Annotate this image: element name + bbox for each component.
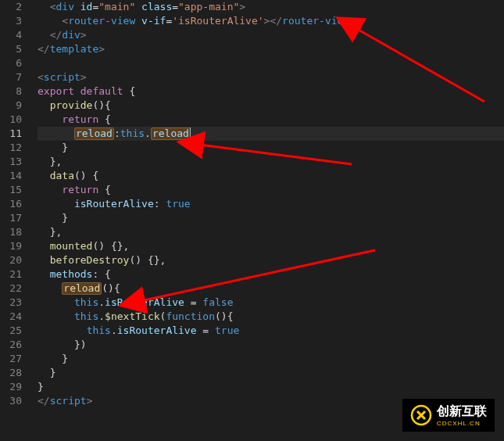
- selection-highlight: reload: [62, 282, 102, 295]
- code-line: reload(){: [38, 281, 504, 296]
- code-line: provide(){: [38, 99, 504, 113]
- line-number: 2: [0, 0, 22, 14]
- code-line: isRouterAlive: true: [38, 197, 504, 211]
- line-number: 10: [0, 113, 22, 127]
- line-number: 4: [0, 28, 22, 42]
- code-line: methods: {: [38, 267, 504, 281]
- line-number: 30: [0, 394, 22, 408]
- code-line: export default {: [38, 84, 504, 99]
- line-number: 6: [0, 56, 22, 70]
- code-line: }: [38, 366, 504, 380]
- line-number: 5: [0, 42, 22, 56]
- code-line: this.isRouterAlive = false: [38, 296, 504, 310]
- code-line: return {: [38, 183, 504, 197]
- line-number: 12: [0, 141, 22, 155]
- code-content[interactable]: <div id="main" class="app-main"> <router…: [31, 0, 504, 441]
- line-number: 13: [0, 155, 22, 169]
- line-number: 24: [0, 310, 22, 324]
- logo-text: 创新互联: [437, 404, 487, 418]
- code-line: [38, 56, 504, 70]
- line-number: 25: [0, 324, 22, 338]
- logo-subtitle: CDCXHL.CN: [437, 420, 487, 427]
- line-number: 3: [0, 14, 22, 28]
- line-number: 7: [0, 70, 22, 84]
- code-line: </div>: [38, 28, 504, 42]
- code-line: }: [38, 211, 504, 225]
- code-line: data() {: [38, 169, 504, 183]
- line-gutter: 2 3 4 5 6 7 8 9 10 11 12 13 14 15 16 17 …: [0, 0, 31, 441]
- code-editor[interactable]: 2 3 4 5 6 7 8 9 10 11 12 13 14 15 16 17 …: [0, 0, 504, 441]
- line-number: 29: [0, 380, 22, 394]
- line-number: 22: [0, 281, 22, 296]
- selection-highlight: reload: [151, 127, 191, 140]
- code-line: <div id="main" class="app-main">: [38, 0, 504, 14]
- code-line: }: [38, 141, 504, 155]
- line-number: 27: [0, 352, 22, 366]
- code-line: return {: [38, 113, 504, 127]
- line-number: 18: [0, 225, 22, 239]
- code-line: </template>: [38, 42, 504, 56]
- line-number: 17: [0, 211, 22, 225]
- line-number-current: 11: [0, 127, 22, 141]
- line-number: 28: [0, 366, 22, 380]
- line-number: 8: [0, 84, 22, 99]
- code-line: this.isRouterAlive = true: [38, 324, 504, 338]
- watermark-logo: 创新互联 CDCXHL.CN: [402, 399, 495, 432]
- code-line: beforeDestroy() {},: [38, 253, 504, 267]
- code-line: this.$nextTick(function(){: [38, 310, 504, 324]
- code-line: },: [38, 155, 504, 169]
- line-number: 21: [0, 267, 22, 281]
- line-number: 14: [0, 169, 22, 183]
- code-line: <script>: [38, 70, 504, 84]
- code-line: <router-view v-if='isRouterAlive'></rout…: [38, 14, 504, 28]
- line-number: 15: [0, 183, 22, 197]
- logo-icon: [410, 404, 432, 426]
- line-number: 19: [0, 239, 22, 253]
- code-line-current: reload:this.reload: [38, 127, 504, 141]
- code-line: }): [38, 338, 504, 352]
- line-number: 9: [0, 99, 22, 113]
- code-line: },: [38, 225, 504, 239]
- code-line: }: [38, 352, 504, 366]
- selection-highlight: reload: [74, 127, 114, 140]
- line-number: 26: [0, 338, 22, 352]
- code-line: }: [38, 380, 504, 394]
- line-number: 16: [0, 197, 22, 211]
- line-number: 23: [0, 296, 22, 310]
- line-number: 20: [0, 253, 22, 267]
- code-line: mounted() {},: [38, 239, 504, 253]
